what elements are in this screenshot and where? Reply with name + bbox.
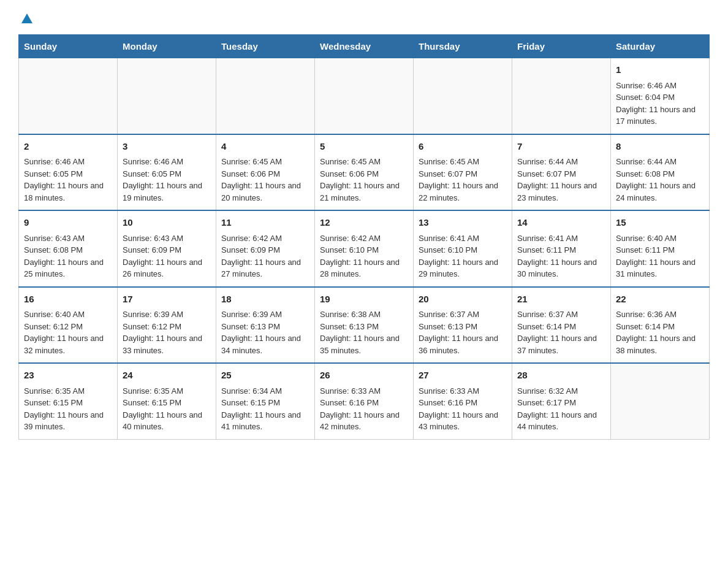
calendar-day: 2Sunrise: 6:46 AMSunset: 6:05 PMDaylight…: [19, 134, 118, 211]
day-number: 16: [24, 293, 112, 307]
day-info: Sunset: 6:11 PM: [616, 244, 704, 256]
day-number: 2: [24, 140, 112, 154]
day-number: 20: [419, 293, 507, 307]
header-wednesday: Wednesday: [315, 35, 414, 58]
day-info: Sunset: 6:09 PM: [123, 244, 211, 256]
day-info: Sunrise: 6:42 AM: [320, 232, 408, 245]
calendar-week-row: 23Sunrise: 6:35 AMSunset: 6:15 PMDayligh…: [19, 363, 710, 439]
day-number: 25: [221, 369, 309, 383]
calendar-day: 12Sunrise: 6:42 AMSunset: 6:10 PMDayligh…: [315, 210, 414, 287]
calendar-day: 23Sunrise: 6:35 AMSunset: 6:15 PMDayligh…: [19, 363, 118, 439]
day-info: Sunset: 6:10 PM: [320, 244, 408, 256]
calendar-header-row: SundayMondayTuesdayWednesdayThursdayFrid…: [19, 35, 710, 58]
day-info: Daylight: 11 hours and 17 minutes.: [616, 104, 704, 128]
day-number: 9: [24, 216, 112, 230]
day-info: Sunset: 6:16 PM: [419, 397, 507, 409]
day-info: Sunset: 6:14 PM: [517, 321, 605, 333]
day-number: 17: [123, 293, 211, 307]
header-saturday: Saturday: [611, 35, 710, 58]
day-info: Sunrise: 6:42 AM: [221, 232, 309, 245]
day-info: Daylight: 11 hours and 31 minutes.: [616, 256, 704, 280]
day-number: 13: [419, 216, 507, 230]
calendar-day: 3Sunrise: 6:46 AMSunset: 6:05 PMDaylight…: [118, 134, 216, 211]
day-info: Daylight: 11 hours and 44 minutes.: [517, 409, 605, 433]
calendar-day: 8Sunrise: 6:44 AMSunset: 6:08 PMDaylight…: [611, 134, 710, 211]
header-thursday: Thursday: [414, 35, 512, 58]
day-info: Sunrise: 6:35 AM: [24, 385, 112, 397]
day-info: Sunset: 6:10 PM: [419, 244, 507, 256]
calendar-day: 22Sunrise: 6:36 AMSunset: 6:14 PMDayligh…: [611, 287, 710, 364]
calendar-day: [414, 58, 512, 134]
day-info: Sunset: 6:08 PM: [616, 168, 704, 180]
day-number: 22: [616, 293, 704, 307]
day-number: 10: [123, 216, 211, 230]
day-info: Sunset: 6:13 PM: [320, 321, 408, 333]
day-number: 4: [221, 140, 309, 154]
day-info: Sunrise: 6:39 AM: [123, 308, 211, 321]
day-info: Sunrise: 6:34 AM: [221, 385, 309, 397]
calendar-day: 20Sunrise: 6:37 AMSunset: 6:13 PMDayligh…: [414, 287, 512, 364]
calendar-day: 17Sunrise: 6:39 AMSunset: 6:12 PMDayligh…: [118, 287, 216, 364]
day-info: Daylight: 11 hours and 32 minutes.: [24, 332, 112, 356]
day-info: Sunrise: 6:45 AM: [221, 156, 309, 168]
day-info: Sunset: 6:11 PM: [517, 244, 605, 256]
day-info: Sunrise: 6:43 AM: [24, 232, 112, 245]
day-info: Sunrise: 6:44 AM: [517, 156, 605, 168]
day-info: Sunset: 6:15 PM: [24, 397, 112, 409]
day-info: Sunset: 6:06 PM: [320, 168, 408, 180]
day-number: 6: [419, 140, 507, 154]
day-number: 24: [123, 369, 211, 383]
calendar-day: [611, 363, 710, 439]
day-info: Sunset: 6:15 PM: [123, 397, 211, 409]
calendar-day: [118, 58, 216, 134]
day-info: Daylight: 11 hours and 38 minutes.: [616, 332, 704, 356]
day-info: Daylight: 11 hours and 25 minutes.: [24, 256, 112, 280]
day-number: 7: [517, 140, 605, 154]
day-info: Daylight: 11 hours and 18 minutes.: [24, 180, 112, 204]
day-info: Sunrise: 6:33 AM: [320, 385, 408, 397]
day-info: Sunset: 6:17 PM: [517, 397, 605, 409]
calendar-week-row: 16Sunrise: 6:40 AMSunset: 6:12 PMDayligh…: [19, 287, 710, 364]
calendar-week-row: 1Sunrise: 6:46 AMSunset: 6:04 PMDaylight…: [19, 58, 710, 134]
day-info: Sunrise: 6:40 AM: [24, 308, 112, 321]
day-info: Daylight: 11 hours and 26 minutes.: [123, 256, 211, 280]
day-info: Sunset: 6:13 PM: [419, 321, 507, 333]
day-info: Daylight: 11 hours and 21 minutes.: [320, 180, 408, 204]
calendar-day: 26Sunrise: 6:33 AMSunset: 6:16 PMDayligh…: [315, 363, 414, 439]
day-info: Sunset: 6:12 PM: [24, 321, 112, 333]
calendar-day: 11Sunrise: 6:42 AMSunset: 6:09 PMDayligh…: [216, 210, 315, 287]
day-info: Daylight: 11 hours and 43 minutes.: [419, 409, 507, 433]
day-info: Sunrise: 6:39 AM: [221, 308, 309, 321]
day-info: Daylight: 11 hours and 34 minutes.: [221, 332, 309, 356]
day-number: 8: [616, 140, 704, 154]
day-info: Daylight: 11 hours and 33 minutes.: [123, 332, 211, 356]
calendar-day: 18Sunrise: 6:39 AMSunset: 6:13 PMDayligh…: [216, 287, 315, 364]
calendar-day: 14Sunrise: 6:41 AMSunset: 6:11 PMDayligh…: [512, 210, 611, 287]
day-info: Daylight: 11 hours and 22 minutes.: [419, 180, 507, 204]
calendar-day: 5Sunrise: 6:45 AMSunset: 6:06 PMDaylight…: [315, 134, 414, 211]
day-info: Sunset: 6:07 PM: [517, 168, 605, 180]
day-info: Sunrise: 6:45 AM: [320, 156, 408, 168]
day-info: Sunset: 6:08 PM: [24, 244, 112, 256]
day-info: Daylight: 11 hours and 19 minutes.: [123, 180, 211, 204]
day-info: Daylight: 11 hours and 24 minutes.: [616, 180, 704, 204]
day-info: Sunrise: 6:37 AM: [517, 308, 605, 321]
day-info: Sunrise: 6:35 AM: [123, 385, 211, 397]
day-info: Sunrise: 6:33 AM: [419, 385, 507, 397]
day-info: Sunrise: 6:46 AM: [616, 80, 704, 92]
day-number: 28: [517, 369, 605, 383]
calendar-day: [315, 58, 414, 134]
header-monday: Monday: [118, 35, 216, 58]
day-number: 1: [616, 63, 704, 77]
day-info: Daylight: 11 hours and 29 minutes.: [419, 256, 507, 280]
day-info: Sunrise: 6:43 AM: [123, 232, 211, 245]
day-info: Sunrise: 6:38 AM: [320, 308, 408, 321]
day-info: Daylight: 11 hours and 27 minutes.: [221, 256, 309, 280]
calendar-day: 7Sunrise: 6:44 AMSunset: 6:07 PMDaylight…: [512, 134, 611, 211]
calendar-table: SundayMondayTuesdayWednesdayThursdayFrid…: [18, 34, 710, 440]
logo-flag-icon: [20, 12, 34, 28]
day-info: Daylight: 11 hours and 39 minutes.: [24, 409, 112, 433]
calendar-day: [19, 58, 118, 134]
day-info: Sunset: 6:06 PM: [221, 168, 309, 180]
calendar-day: [216, 58, 315, 134]
